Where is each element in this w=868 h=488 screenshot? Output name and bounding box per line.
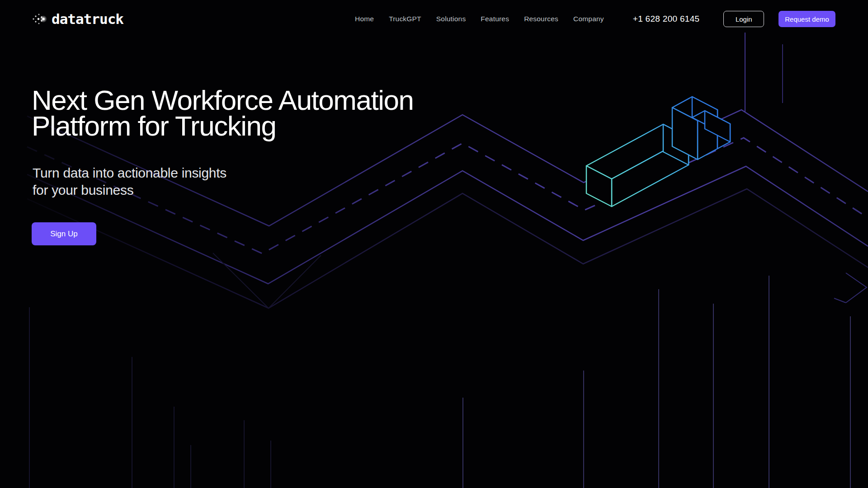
truck-wireframe	[586, 97, 730, 206]
nav-item-solutions[interactable]: Solutions	[436, 15, 466, 23]
phone-number-link[interactable]: +1 628 200 6145	[633, 14, 700, 24]
request-demo-button[interactable]: Request demo	[778, 11, 835, 27]
login-button[interactable]: Login	[723, 11, 764, 27]
nav-item-truckgpt[interactable]: TruckGPT	[389, 15, 421, 23]
skyline-lines	[463, 276, 850, 488]
hero-subtitle-line1: Turn data into actionable insights	[33, 164, 226, 182]
page-title-line2: Platform for Trucking	[32, 113, 439, 139]
edge-chevron	[834, 273, 867, 303]
hero-subtitle-line2: for your business	[33, 182, 226, 199]
landing-page: datatruck Home TruckGPT Solutions Featur…	[0, 0, 868, 488]
signup-button[interactable]: Sign Up	[32, 222, 96, 245]
top-navigation-bar: datatruck Home TruckGPT Solutions Featur…	[0, 0, 868, 38]
logo-link[interactable]: datatruck	[30, 10, 123, 28]
hero-subtitle: Turn data into actionable insights for y…	[33, 164, 226, 199]
page-title: Next Gen Workforce Automation Platform f…	[32, 87, 439, 139]
main-nav: Home TruckGPT Solutions Features Resourc…	[355, 15, 604, 23]
brand-wordmark: datatruck	[52, 11, 123, 27]
skyline-lines-faint	[29, 253, 321, 488]
nav-item-company[interactable]: Company	[573, 15, 604, 23]
page-title-line1: Next Gen Workforce Automation	[32, 87, 439, 113]
nav-item-features[interactable]: Features	[481, 15, 509, 23]
hero-road-illustration	[0, 0, 868, 488]
sparkle-burst-icon	[30, 10, 48, 28]
nav-item-home[interactable]: Home	[355, 15, 374, 23]
nav-item-resources[interactable]: Resources	[524, 15, 558, 23]
road-vertical-lines	[745, 33, 783, 112]
